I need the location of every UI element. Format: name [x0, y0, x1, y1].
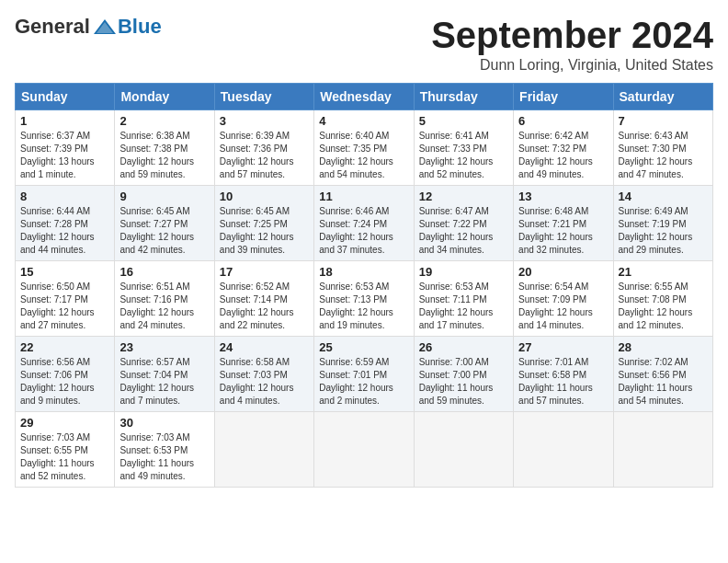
- calendar-week-row: 8Sunrise: 6:44 AM Sunset: 7:28 PM Daylig…: [16, 186, 713, 261]
- day-info: Sunrise: 6:37 AM Sunset: 7:39 PM Dayligh…: [20, 130, 109, 181]
- calendar-day-cell: 2Sunrise: 6:38 AM Sunset: 7:38 PM Daylig…: [115, 110, 214, 186]
- logo-general-text: General: [15, 15, 90, 39]
- day-number: 6: [518, 114, 608, 128]
- day-info: Sunrise: 6:52 AM Sunset: 7:14 PM Dayligh…: [220, 281, 309, 332]
- day-info: Sunrise: 6:58 AM Sunset: 7:03 PM Dayligh…: [220, 356, 309, 408]
- day-info: Sunrise: 6:59 AM Sunset: 7:01 PM Dayligh…: [319, 356, 408, 408]
- calendar-day-cell: 20Sunrise: 6:54 AM Sunset: 7:09 PM Dayli…: [514, 261, 613, 337]
- day-number: 18: [319, 265, 408, 279]
- day-number: 28: [619, 340, 708, 354]
- day-info: Sunrise: 6:46 AM Sunset: 7:24 PM Dayligh…: [319, 205, 408, 257]
- calendar-day-cell: 21Sunrise: 6:55 AM Sunset: 7:08 PM Dayli…: [613, 261, 712, 337]
- day-number: 19: [419, 265, 508, 279]
- calendar-day-cell: 4Sunrise: 6:40 AM Sunset: 7:35 PM Daylig…: [314, 110, 414, 186]
- day-number: 22: [20, 340, 109, 354]
- day-number: 17: [220, 265, 309, 279]
- weekday-header-saturday: Saturday: [613, 84, 712, 110]
- day-number: 12: [419, 190, 508, 203]
- weekday-header-monday: Monday: [115, 84, 214, 110]
- calendar-day-cell: 25Sunrise: 6:59 AM Sunset: 7:01 PM Dayli…: [314, 337, 414, 412]
- day-number: 30: [119, 416, 209, 430]
- day-number: 27: [518, 340, 608, 354]
- weekday-header-thursday: Thursday: [414, 84, 513, 110]
- calendar-day-cell: 29Sunrise: 7:03 AM Sunset: 6:55 PM Dayli…: [16, 412, 115, 488]
- title-area: September 2024 Dunn Loring, Virginia, Un…: [431, 15, 713, 74]
- calendar-day-cell: 15Sunrise: 6:50 AM Sunset: 7:17 PM Dayli…: [16, 261, 115, 337]
- calendar-week-row: 29Sunrise: 7:03 AM Sunset: 6:55 PM Dayli…: [16, 412, 713, 488]
- calendar-week-row: 22Sunrise: 6:56 AM Sunset: 7:06 PM Dayli…: [16, 337, 713, 412]
- calendar-day-cell: [613, 412, 712, 488]
- calendar-day-cell: 1Sunrise: 6:37 AM Sunset: 7:39 PM Daylig…: [16, 110, 115, 186]
- weekday-header-tuesday: Tuesday: [214, 84, 313, 110]
- day-number: 11: [319, 190, 408, 203]
- logo: General Blue: [15, 15, 162, 39]
- calendar-day-cell: 22Sunrise: 6:56 AM Sunset: 7:06 PM Dayli…: [16, 337, 115, 412]
- day-info: Sunrise: 6:43 AM Sunset: 7:30 PM Dayligh…: [619, 130, 708, 181]
- weekday-header-sunday: Sunday: [16, 84, 115, 110]
- calendar-day-cell: 10Sunrise: 6:45 AM Sunset: 7:25 PM Dayli…: [214, 186, 313, 261]
- calendar-day-cell: 5Sunrise: 6:41 AM Sunset: 7:33 PM Daylig…: [414, 110, 513, 186]
- day-number: 23: [119, 340, 209, 354]
- calendar-day-cell: 12Sunrise: 6:47 AM Sunset: 7:22 PM Dayli…: [414, 186, 513, 261]
- calendar-day-cell: [514, 412, 613, 488]
- day-number: 13: [518, 190, 608, 203]
- day-number: 8: [20, 190, 109, 203]
- logo-icon: [92, 17, 118, 36]
- day-info: Sunrise: 7:03 AM Sunset: 6:55 PM Dayligh…: [20, 431, 109, 483]
- calendar-day-cell: 16Sunrise: 6:51 AM Sunset: 7:16 PM Dayli…: [115, 261, 214, 337]
- day-info: Sunrise: 6:50 AM Sunset: 7:17 PM Dayligh…: [20, 281, 109, 332]
- logo-blue-text: Blue: [118, 15, 162, 39]
- day-number: 14: [619, 190, 708, 203]
- calendar-day-cell: 6Sunrise: 6:42 AM Sunset: 7:32 PM Daylig…: [514, 110, 613, 186]
- calendar-day-cell: [314, 412, 414, 488]
- day-info: Sunrise: 6:38 AM Sunset: 7:38 PM Dayligh…: [119, 130, 209, 181]
- day-info: Sunrise: 7:00 AM Sunset: 7:00 PM Dayligh…: [419, 356, 508, 408]
- calendar-day-cell: 24Sunrise: 6:58 AM Sunset: 7:03 PM Dayli…: [214, 337, 313, 412]
- day-number: 24: [220, 340, 309, 354]
- day-info: Sunrise: 6:55 AM Sunset: 7:08 PM Dayligh…: [619, 281, 708, 332]
- day-number: 1: [20, 114, 109, 128]
- calendar-day-cell: 23Sunrise: 6:57 AM Sunset: 7:04 PM Dayli…: [115, 337, 214, 412]
- calendar-day-cell: 11Sunrise: 6:46 AM Sunset: 7:24 PM Dayli…: [314, 186, 414, 261]
- location-title: Dunn Loring, Virginia, United States: [431, 57, 713, 74]
- calendar-day-cell: 17Sunrise: 6:52 AM Sunset: 7:14 PM Dayli…: [214, 261, 313, 337]
- day-info: Sunrise: 7:03 AM Sunset: 6:53 PM Dayligh…: [119, 431, 209, 483]
- page-header: General Blue September 2024 Dunn Loring,…: [15, 15, 713, 74]
- day-info: Sunrise: 6:41 AM Sunset: 7:33 PM Dayligh…: [419, 130, 508, 181]
- day-info: Sunrise: 6:42 AM Sunset: 7:32 PM Dayligh…: [518, 130, 608, 181]
- calendar-day-cell: [214, 412, 313, 488]
- day-info: Sunrise: 6:45 AM Sunset: 7:27 PM Dayligh…: [119, 205, 209, 257]
- day-number: 26: [419, 340, 508, 354]
- day-info: Sunrise: 6:40 AM Sunset: 7:35 PM Dayligh…: [319, 130, 408, 181]
- calendar-day-cell: 18Sunrise: 6:53 AM Sunset: 7:13 PM Dayli…: [314, 261, 414, 337]
- day-number: 9: [119, 190, 209, 203]
- day-number: 25: [319, 340, 408, 354]
- calendar-day-cell: 8Sunrise: 6:44 AM Sunset: 7:28 PM Daylig…: [16, 186, 115, 261]
- day-info: Sunrise: 6:57 AM Sunset: 7:04 PM Dayligh…: [119, 356, 209, 408]
- day-info: Sunrise: 6:56 AM Sunset: 7:06 PM Dayligh…: [20, 356, 109, 408]
- day-number: 4: [319, 114, 408, 128]
- day-number: 15: [20, 265, 109, 279]
- day-info: Sunrise: 6:51 AM Sunset: 7:16 PM Dayligh…: [119, 281, 209, 332]
- calendar-day-cell: 19Sunrise: 6:53 AM Sunset: 7:11 PM Dayli…: [414, 261, 513, 337]
- day-number: 7: [619, 114, 708, 128]
- calendar-day-cell: 28Sunrise: 7:02 AM Sunset: 6:56 PM Dayli…: [613, 337, 712, 412]
- day-number: 2: [119, 114, 209, 128]
- day-info: Sunrise: 6:49 AM Sunset: 7:19 PM Dayligh…: [619, 205, 708, 257]
- calendar-day-cell: 27Sunrise: 7:01 AM Sunset: 6:58 PM Dayli…: [514, 337, 613, 412]
- calendar-day-cell: 9Sunrise: 6:45 AM Sunset: 7:27 PM Daylig…: [115, 186, 214, 261]
- calendar-table: SundayMondayTuesdayWednesdayThursdayFrid…: [15, 83, 713, 488]
- day-info: Sunrise: 6:53 AM Sunset: 7:11 PM Dayligh…: [419, 281, 508, 332]
- calendar-day-cell: [414, 412, 513, 488]
- calendar-day-cell: 7Sunrise: 6:43 AM Sunset: 7:30 PM Daylig…: [613, 110, 712, 186]
- day-info: Sunrise: 6:48 AM Sunset: 7:21 PM Dayligh…: [518, 205, 608, 257]
- calendar-day-cell: 13Sunrise: 6:48 AM Sunset: 7:21 PM Dayli…: [514, 186, 613, 261]
- day-number: 3: [220, 114, 309, 128]
- day-info: Sunrise: 6:39 AM Sunset: 7:36 PM Dayligh…: [220, 130, 309, 181]
- day-info: Sunrise: 7:01 AM Sunset: 6:58 PM Dayligh…: [518, 356, 608, 408]
- calendar-header-row: SundayMondayTuesdayWednesdayThursdayFrid…: [16, 84, 713, 110]
- calendar-day-cell: 14Sunrise: 6:49 AM Sunset: 7:19 PM Dayli…: [613, 186, 712, 261]
- day-info: Sunrise: 7:02 AM Sunset: 6:56 PM Dayligh…: [619, 356, 708, 408]
- day-number: 5: [419, 114, 508, 128]
- day-info: Sunrise: 6:53 AM Sunset: 7:13 PM Dayligh…: [319, 281, 408, 332]
